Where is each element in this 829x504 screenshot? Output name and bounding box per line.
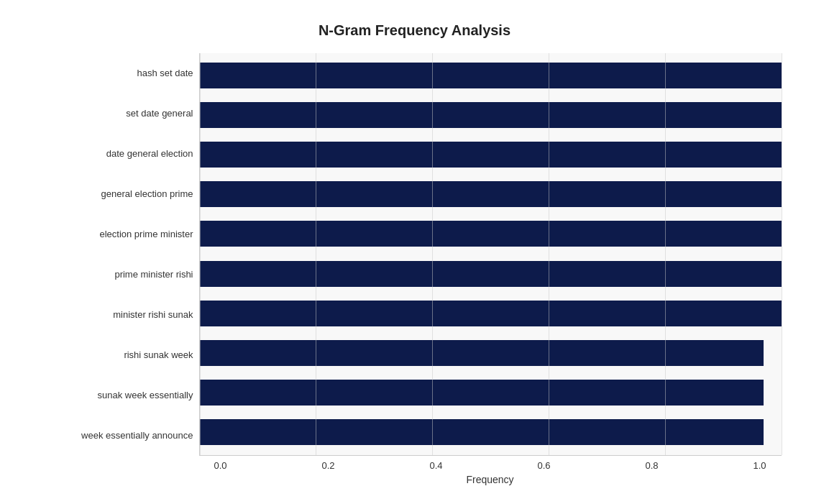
bar-1	[200, 102, 782, 128]
bar-row-1	[200, 99, 782, 131]
x-label-3: 0.6	[523, 460, 566, 471]
bar-row-9	[200, 416, 782, 448]
chart-title: N-Gram Frequency Analysis	[48, 22, 782, 39]
grid-line-100	[782, 53, 782, 455]
y-label-9: week essentially announce	[48, 431, 193, 440]
bar-row-2	[200, 139, 782, 170]
y-label-0: hash set date	[48, 68, 193, 78]
x-label-1: 0.2	[307, 460, 350, 471]
bar-row-4	[200, 218, 782, 249]
bar-row-5	[200, 258, 782, 290]
bar-7	[200, 340, 764, 366]
y-label-1: set date general	[48, 109, 193, 118]
bars-area	[199, 53, 782, 456]
y-label-5: prime minister rishi	[48, 270, 193, 279]
grid-line-60	[549, 53, 549, 455]
bar-9	[200, 419, 764, 445]
grid-line-20	[316, 53, 316, 455]
chart-container: N-Gram Frequency Analysis hash set dates…	[19, 8, 810, 497]
y-label-4: election prime minister	[48, 229, 193, 239]
bar-row-0	[200, 60, 782, 91]
x-axis-labels: 0.00.20.40.60.81.0	[199, 460, 782, 471]
bar-6	[200, 301, 782, 326]
y-label-7: rishi sunak week	[48, 350, 193, 359]
bar-4	[200, 221, 782, 247]
y-label-6: minister rishi sunak	[48, 310, 193, 319]
y-label-8: sunak week essentially	[48, 390, 193, 400]
bars-inner	[200, 53, 782, 455]
bar-row-8	[200, 377, 782, 408]
bar-row-7	[200, 337, 782, 369]
bar-row-3	[200, 178, 782, 210]
x-label-0: 0.0	[199, 460, 242, 471]
bar-5	[200, 261, 782, 287]
grid-line-80	[665, 53, 666, 455]
y-label-3: general election prime	[48, 189, 193, 198]
bar-row-6	[200, 298, 782, 329]
x-label-5: 1.0	[738, 460, 782, 471]
chart-body: hash set dateset date generaldate genera…	[48, 53, 782, 456]
bar-3	[200, 181, 782, 207]
y-label-2: date general election	[48, 149, 193, 158]
bar-2	[200, 142, 782, 168]
grid-line-40	[432, 53, 433, 455]
grid-line-0	[200, 53, 201, 455]
x-axis-title: Frequency	[199, 474, 782, 485]
y-axis-labels: hash set dateset date generaldate genera…	[48, 53, 199, 456]
bar-0	[200, 63, 782, 88]
bar-8	[200, 380, 764, 406]
x-label-4: 0.8	[631, 460, 674, 471]
x-label-2: 0.4	[415, 460, 458, 471]
